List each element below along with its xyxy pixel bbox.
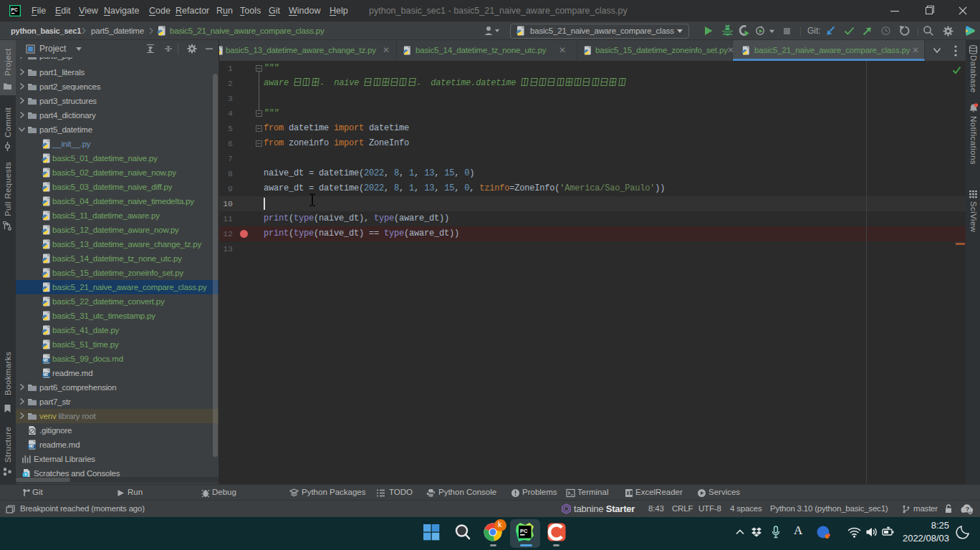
svg-text:PC: PC — [11, 7, 18, 12]
svg-text:PC: PC — [520, 528, 528, 534]
